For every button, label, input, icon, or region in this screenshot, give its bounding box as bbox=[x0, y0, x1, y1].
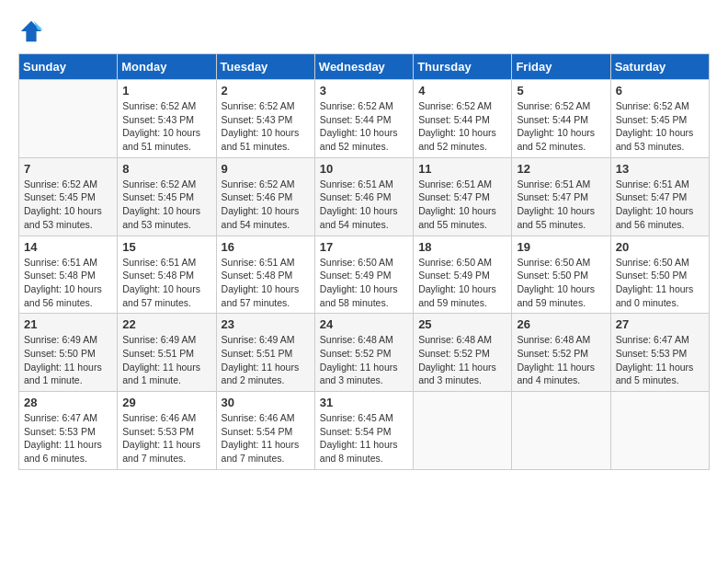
day-number: 19 bbox=[517, 240, 605, 254]
calendar-cell: 7Sunrise: 6:52 AMSunset: 5:45 PMDaylight… bbox=[19, 157, 118, 236]
calendar-header-row: SundayMondayTuesdayWednesdayThursdayFrid… bbox=[19, 54, 710, 80]
calendar-cell: 5Sunrise: 6:52 AMSunset: 5:44 PMDaylight… bbox=[512, 80, 610, 158]
cell-info: Sunrise: 6:47 AMSunset: 5:53 PMDaylight:… bbox=[616, 333, 704, 387]
cell-info: Sunrise: 6:51 AMSunset: 5:48 PMDaylight:… bbox=[122, 256, 210, 310]
day-number: 30 bbox=[222, 396, 310, 409]
day-number: 20 bbox=[616, 240, 704, 254]
cell-info: Sunrise: 6:48 AMSunset: 5:52 PMDaylight:… bbox=[418, 333, 506, 387]
calendar-cell: 9Sunrise: 6:52 AMSunset: 5:46 PMDaylight… bbox=[216, 157, 314, 236]
day-of-week-header: Tuesday bbox=[216, 54, 314, 80]
calendar-cell: 18Sunrise: 6:50 AMSunset: 5:49 PMDayligh… bbox=[414, 236, 512, 314]
calendar-cell: 16Sunrise: 6:51 AMSunset: 5:48 PMDayligh… bbox=[216, 236, 314, 314]
day-of-week-header: Friday bbox=[512, 54, 610, 80]
day-number: 22 bbox=[122, 317, 210, 331]
calendar-week-row: 1Sunrise: 6:52 AMSunset: 5:43 PMDaylight… bbox=[19, 80, 710, 158]
day-of-week-header: Thursday bbox=[414, 54, 512, 80]
cell-info: Sunrise: 6:51 AMSunset: 5:47 PMDaylight:… bbox=[418, 178, 506, 232]
calendar-cell: 6Sunrise: 6:52 AMSunset: 5:45 PMDaylight… bbox=[610, 80, 709, 158]
day-number: 9 bbox=[222, 162, 310, 176]
day-number: 31 bbox=[320, 396, 408, 409]
cell-info: Sunrise: 6:52 AMSunset: 5:44 PMDaylight:… bbox=[320, 99, 408, 154]
cell-info: Sunrise: 6:49 AMSunset: 5:51 PMDaylight:… bbox=[122, 333, 210, 387]
cell-info: Sunrise: 6:50 AMSunset: 5:49 PMDaylight:… bbox=[320, 256, 408, 310]
calendar-week-row: 7Sunrise: 6:52 AMSunset: 5:45 PMDaylight… bbox=[19, 157, 710, 236]
day-number: 7 bbox=[24, 162, 112, 176]
cell-info: Sunrise: 6:50 AMSunset: 5:49 PMDaylight:… bbox=[418, 256, 506, 310]
page-header bbox=[18, 18, 710, 44]
calendar-cell: 1Sunrise: 6:52 AMSunset: 5:43 PMDaylight… bbox=[118, 80, 216, 158]
day-number: 14 bbox=[24, 240, 112, 254]
day-number: 13 bbox=[616, 162, 704, 176]
day-number: 6 bbox=[616, 84, 704, 98]
cell-info: Sunrise: 6:49 AMSunset: 5:51 PMDaylight:… bbox=[222, 333, 310, 387]
calendar-cell: 8Sunrise: 6:52 AMSunset: 5:45 PMDaylight… bbox=[118, 157, 216, 236]
day-of-week-header: Monday bbox=[118, 54, 216, 80]
cell-info: Sunrise: 6:52 AMSunset: 5:44 PMDaylight:… bbox=[418, 99, 506, 154]
day-number: 8 bbox=[122, 162, 210, 176]
cell-info: Sunrise: 6:51 AMSunset: 5:48 PMDaylight:… bbox=[24, 256, 112, 310]
cell-info: Sunrise: 6:48 AMSunset: 5:52 PMDaylight:… bbox=[320, 333, 408, 387]
cell-info: Sunrise: 6:52 AMSunset: 5:45 PMDaylight:… bbox=[616, 99, 704, 154]
day-number: 29 bbox=[122, 396, 210, 409]
calendar-cell: 20Sunrise: 6:50 AMSunset: 5:50 PMDayligh… bbox=[610, 236, 709, 314]
cell-info: Sunrise: 6:49 AMSunset: 5:50 PMDaylight:… bbox=[24, 333, 112, 387]
cell-info: Sunrise: 6:50 AMSunset: 5:50 PMDaylight:… bbox=[616, 256, 704, 310]
day-number: 25 bbox=[418, 317, 506, 331]
calendar-cell: 23Sunrise: 6:49 AMSunset: 5:51 PMDayligh… bbox=[216, 314, 314, 392]
calendar-cell bbox=[512, 392, 610, 470]
day-number: 3 bbox=[320, 84, 408, 98]
day-number: 2 bbox=[222, 84, 310, 98]
day-number: 27 bbox=[616, 317, 704, 331]
cell-info: Sunrise: 6:46 AMSunset: 5:53 PMDaylight:… bbox=[122, 411, 210, 465]
day-of-week-header: Sunday bbox=[19, 54, 118, 80]
svg-marker-0 bbox=[21, 21, 41, 41]
day-number: 5 bbox=[517, 84, 605, 98]
cell-info: Sunrise: 6:51 AMSunset: 5:46 PMDaylight:… bbox=[320, 178, 408, 232]
calendar-cell bbox=[610, 392, 709, 470]
cell-info: Sunrise: 6:51 AMSunset: 5:48 PMDaylight:… bbox=[222, 256, 310, 310]
calendar-cell: 21Sunrise: 6:49 AMSunset: 5:50 PMDayligh… bbox=[19, 314, 118, 392]
calendar-cell: 30Sunrise: 6:46 AMSunset: 5:54 PMDayligh… bbox=[216, 392, 314, 470]
day-number: 23 bbox=[222, 317, 310, 331]
day-number: 4 bbox=[418, 84, 506, 98]
calendar-cell: 25Sunrise: 6:48 AMSunset: 5:52 PMDayligh… bbox=[414, 314, 512, 392]
calendar-cell: 14Sunrise: 6:51 AMSunset: 5:48 PMDayligh… bbox=[19, 236, 118, 314]
calendar-cell: 27Sunrise: 6:47 AMSunset: 5:53 PMDayligh… bbox=[610, 314, 709, 392]
cell-info: Sunrise: 6:51 AMSunset: 5:47 PMDaylight:… bbox=[517, 178, 605, 232]
calendar-cell bbox=[414, 392, 512, 470]
day-number: 26 bbox=[517, 317, 605, 331]
day-of-week-header: Wednesday bbox=[314, 54, 413, 80]
day-number: 24 bbox=[320, 317, 408, 331]
calendar-cell: 3Sunrise: 6:52 AMSunset: 5:44 PMDaylight… bbox=[314, 80, 413, 158]
calendar-cell: 17Sunrise: 6:50 AMSunset: 5:49 PMDayligh… bbox=[314, 236, 413, 314]
calendar-cell: 2Sunrise: 6:52 AMSunset: 5:43 PMDaylight… bbox=[216, 80, 314, 158]
day-number: 11 bbox=[418, 162, 506, 176]
day-number: 1 bbox=[122, 84, 210, 98]
calendar-week-row: 28Sunrise: 6:47 AMSunset: 5:53 PMDayligh… bbox=[19, 392, 710, 470]
calendar-cell bbox=[19, 80, 118, 158]
cell-info: Sunrise: 6:52 AMSunset: 5:43 PMDaylight:… bbox=[122, 99, 210, 154]
day-number: 16 bbox=[222, 240, 310, 254]
cell-info: Sunrise: 6:48 AMSunset: 5:52 PMDaylight:… bbox=[517, 333, 605, 387]
logo-icon bbox=[18, 18, 44, 44]
cell-info: Sunrise: 6:52 AMSunset: 5:44 PMDaylight:… bbox=[517, 99, 605, 154]
calendar-cell: 24Sunrise: 6:48 AMSunset: 5:52 PMDayligh… bbox=[314, 314, 413, 392]
cell-info: Sunrise: 6:51 AMSunset: 5:47 PMDaylight:… bbox=[616, 178, 704, 232]
cell-info: Sunrise: 6:52 AMSunset: 5:45 PMDaylight:… bbox=[122, 178, 210, 232]
cell-info: Sunrise: 6:50 AMSunset: 5:50 PMDaylight:… bbox=[517, 256, 605, 310]
cell-info: Sunrise: 6:52 AMSunset: 5:45 PMDaylight:… bbox=[24, 178, 112, 232]
day-number: 10 bbox=[320, 162, 408, 176]
calendar-cell: 28Sunrise: 6:47 AMSunset: 5:53 PMDayligh… bbox=[19, 392, 118, 470]
calendar-cell: 12Sunrise: 6:51 AMSunset: 5:47 PMDayligh… bbox=[512, 157, 610, 236]
calendar-week-row: 21Sunrise: 6:49 AMSunset: 5:50 PMDayligh… bbox=[19, 314, 710, 392]
day-number: 15 bbox=[122, 240, 210, 254]
calendar-week-row: 14Sunrise: 6:51 AMSunset: 5:48 PMDayligh… bbox=[19, 236, 710, 314]
day-number: 21 bbox=[24, 317, 112, 331]
cell-info: Sunrise: 6:52 AMSunset: 5:43 PMDaylight:… bbox=[222, 99, 310, 154]
day-number: 12 bbox=[517, 162, 605, 176]
cell-info: Sunrise: 6:45 AMSunset: 5:54 PMDaylight:… bbox=[320, 411, 408, 465]
day-number: 17 bbox=[320, 240, 408, 254]
calendar-cell: 13Sunrise: 6:51 AMSunset: 5:47 PMDayligh… bbox=[610, 157, 709, 236]
logo bbox=[18, 18, 48, 44]
calendar-table: SundayMondayTuesdayWednesdayThursdayFrid… bbox=[18, 53, 710, 470]
